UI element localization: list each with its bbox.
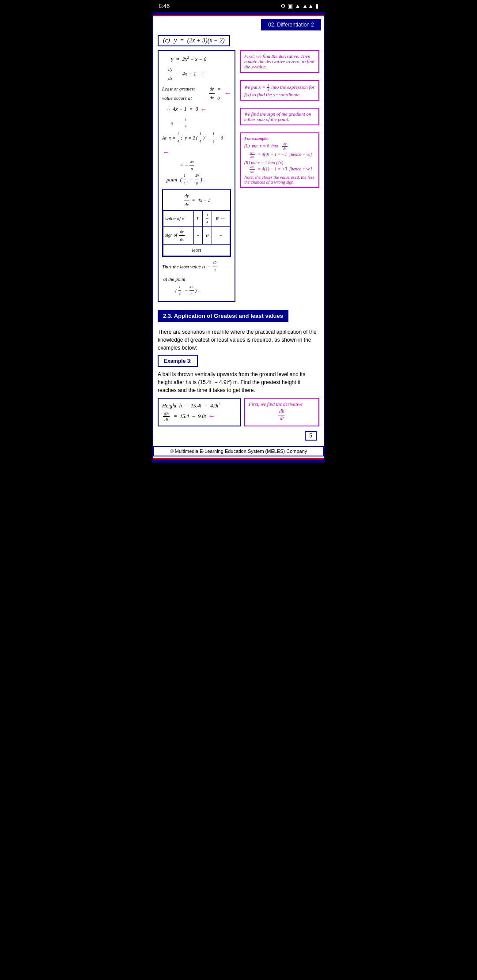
- black-bar-bottom: [152, 463, 325, 516]
- problem-header: (c) y = (2x + 3)(x − 2): [158, 35, 230, 46]
- problem-text: A ball is thrown vertically upwards from…: [158, 370, 319, 394]
- math-step-1: y = 2x2 − x − 6: [171, 54, 231, 64]
- signal-icon: ▲▲: [302, 3, 314, 9]
- math-step-8: point ( 14 , − 498 ) .: [167, 173, 231, 186]
- math-step-6: At x = 14 ; y = 2 ( 14 )2 − 14 − 6 ←: [162, 131, 231, 159]
- top-border: [153, 13, 324, 16]
- chapter-badge: 02. Differentiation 2: [261, 19, 321, 30]
- right-info-panels: First, we find the derivative. Then equa…: [240, 50, 319, 306]
- status-icons: ⚙ ▣ ▲ ▲▲ ▮: [280, 3, 318, 9]
- header-row: 02. Differentiation 2: [153, 17, 324, 32]
- info-box-4: For example: (L) put x = 0 into dydx dyd…: [240, 132, 319, 188]
- time: 8:46: [159, 3, 170, 9]
- bottom-border: [153, 458, 324, 462]
- section-title: 2.3. Application of Greatest and least v…: [158, 310, 288, 322]
- math-main-box: y = 2x2 − x − 6 dy dx = 4x − 1 ← Least o…: [158, 50, 235, 302]
- content-area: (c) y = (2x + 3)(x − 2) y = 2x2 − x − 6 …: [153, 32, 324, 444]
- math-step-7: = − 498: [180, 159, 231, 173]
- page-footer: 5: [158, 430, 319, 441]
- settings-icon: ⚙: [280, 3, 286, 9]
- fraction-dy-dx: dy dx: [167, 65, 173, 83]
- info-box-2: We put x = 14 into the expression for f(…: [240, 80, 319, 101]
- info-box-4-title: For example:: [244, 136, 315, 141]
- table-row-2: sign of dydx − 0 +: [163, 227, 230, 245]
- section-body: There are scenarios in real life where t…: [158, 328, 319, 352]
- example3-badge: Example 3:: [158, 355, 198, 367]
- arrow-right3: ←: [200, 103, 207, 116]
- dh-dt: dhdt = 15.4 − 9.8t ←: [162, 411, 236, 422]
- status-bar: 8:46 ⚙ ▣ ▲ ▲▲ ▮: [152, 0, 325, 12]
- info-box-1: First, we find the derivative. Then equa…: [240, 50, 319, 73]
- bottom-math-box: Height h = 15.4t − 4.9t2 dhdt = 15.4 − 9…: [158, 398, 241, 426]
- battery-icon: ▮: [315, 3, 318, 9]
- sign-table-container: dydx = 4x − 1 value of x L 14 R ←: [162, 189, 231, 257]
- math-step-3: Least or greatest value occurs at dy dx …: [162, 84, 231, 103]
- arrow-right2: ←: [224, 87, 231, 100]
- conclusion2: ( 14 , − 498 ) .: [175, 284, 231, 298]
- wifi-icon: ▲: [295, 3, 300, 9]
- arrow-right: ←: [200, 67, 207, 80]
- table-row-3: least: [163, 245, 230, 256]
- gradient-table: value of x L 14 R ← sign of dydx: [163, 211, 230, 256]
- arrow-right4: ←: [162, 146, 169, 159]
- sim-icon: ▣: [288, 3, 293, 9]
- section-23-header: 2.3. Application of Greatest and least v…: [158, 310, 319, 325]
- two-col-layout: y = 2x2 − x − 6 dy dx = 4x − 1 ← Least o…: [158, 50, 319, 306]
- table-row-1: value of x L 14 R ←: [163, 211, 230, 226]
- page-number: 5: [305, 431, 317, 441]
- bottom-section: Height h = 15.4t − 4.9t2 dhdt = 15.4 − 9…: [158, 398, 319, 426]
- dh-arrow: ←: [208, 412, 215, 420]
- math-step-2: dy dx = 4x − 1 ←: [167, 65, 231, 83]
- table-arrow: ←: [220, 215, 226, 222]
- table-header-row: dydx = 4x − 1: [163, 190, 230, 211]
- fraction-dy0: dy dx: [209, 85, 215, 102]
- conclusion: Thus the least value is − 498 at the poi…: [162, 260, 231, 283]
- math-step-5: x = 1 4: [171, 116, 231, 130]
- copyright-bar: © Multimedia E-Learning Education System…: [153, 446, 324, 456]
- math-step-4: ∴ 4x − 1 = 0 ←: [167, 103, 231, 116]
- info-box-3: We find the sign of the gradient on eith…: [240, 108, 319, 125]
- main-content: 02. Differentiation 2 (c) y = (2x + 3)(x…: [152, 12, 325, 463]
- bottom-info-box: First, we find the derivative dhdt: [244, 398, 319, 426]
- frac-1-4: 1 4: [184, 116, 187, 130]
- height-eq: Height h = 15.4t − 4.9t2: [162, 402, 236, 409]
